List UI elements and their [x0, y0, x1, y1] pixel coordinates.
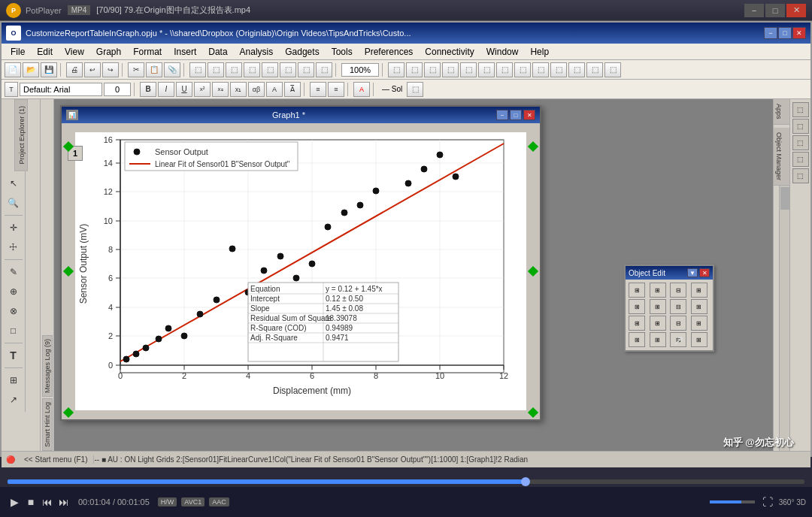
apps-btn-2[interactable]: ⬚	[792, 119, 809, 134]
origin-maximize-btn[interactable]: □	[778, 27, 792, 39]
volume-bar[interactable]	[710, 500, 755, 503]
menu-help[interactable]: Help	[524, 45, 555, 59]
tool-pan[interactable]: ☩	[4, 238, 23, 256]
toolbar-btn-11[interactable]: ⬚	[388, 62, 404, 77]
obj-btn-7[interactable]: ⊟	[670, 299, 686, 314]
tool-pointer[interactable]: ↗	[4, 391, 23, 409]
obj-btn-5[interactable]: ⊞	[629, 299, 645, 314]
tool-move[interactable]: ✛	[4, 219, 23, 237]
tool-zoom[interactable]: 🔍	[4, 194, 23, 212]
menu-format[interactable]: Format	[127, 45, 168, 59]
toolbar-format-btn3[interactable]: αβ	[248, 82, 265, 97]
toolbar-btn-2[interactable]: ↪	[102, 62, 119, 77]
toolbar-format-btn5[interactable]: A̅	[284, 82, 301, 97]
menu-gadgets[interactable]: Gadgets	[279, 45, 325, 59]
graph-minimize-btn[interactable]: −	[496, 110, 508, 120]
toolbar-btn-20[interactable]: ⬚	[550, 62, 567, 77]
menu-analysis[interactable]: Analysis	[234, 45, 280, 59]
toolbar-btn-9[interactable]: ⬚	[298, 62, 314, 77]
apps-btn-5[interactable]: ⬚	[792, 168, 809, 183]
scrollbar-right[interactable]	[779, 186, 789, 451]
toolbar-btn-5[interactable]: ⬚	[226, 62, 242, 77]
obj-btn-13[interactable]: ⊞	[629, 332, 645, 347]
toolbar-btn-6[interactable]: ⬚	[244, 62, 260, 77]
apps-btn-4[interactable]: ⬚	[792, 152, 809, 167]
obj-btn-11[interactable]: ⊟	[670, 316, 686, 331]
toolbar-btn-22[interactable]: ⬚	[586, 62, 603, 77]
toolbar-paste[interactable]: 📎	[164, 62, 180, 77]
toolbar-color-btn[interactable]: A	[353, 82, 370, 97]
tool-data[interactable]: ⊞	[4, 371, 23, 389]
video-prev-btn[interactable]: ⏮	[39, 494, 56, 510]
toolbar-btn-13[interactable]: ⬚	[424, 62, 441, 77]
menu-connectivity[interactable]: Connectivity	[419, 45, 480, 59]
potplayer-maximize-btn[interactable]: □	[765, 4, 785, 17]
menu-window[interactable]: Window	[480, 45, 525, 59]
toolbar-btn-12[interactable]: ⬚	[406, 62, 423, 77]
graph-maximize-btn[interactable]: □	[510, 110, 522, 120]
toolbar-btn-14[interactable]: ⬚	[442, 62, 459, 77]
toolbar-btn-15[interactable]: ⬚	[460, 62, 477, 77]
obj-btn-9[interactable]: ⊞	[629, 316, 645, 331]
tool-rect[interactable]: □	[4, 322, 23, 340]
origin-close-btn[interactable]: ✕	[792, 27, 806, 39]
tool-select[interactable]: ↖	[4, 174, 23, 192]
menu-tools[interactable]: Tools	[326, 45, 359, 59]
toolbar-btn-1[interactable]: ↩	[84, 62, 101, 77]
apps-btn-1[interactable]: ⬚	[792, 102, 809, 117]
handle-br[interactable]	[528, 407, 538, 418]
handle-bl[interactable]	[63, 407, 74, 418]
tool-pen[interactable]: ⊕	[4, 283, 23, 301]
tool-line[interactable]: ⊗	[4, 302, 23, 320]
toolbar-btn-16[interactable]: ⬚	[478, 62, 495, 77]
toolbar-subscript[interactable]: x₂	[212, 82, 229, 97]
toolbar-cut[interactable]: ✂	[128, 62, 144, 77]
video-stop-btn[interactable]: ■	[23, 494, 39, 510]
menu-preferences[interactable]: Preferences	[359, 45, 420, 59]
toolbar-italic[interactable]: I	[158, 82, 174, 97]
obj-edit-pin[interactable]: ▼	[687, 268, 698, 277]
messages-log-tab[interactable]: Messages Log (9)	[42, 335, 53, 397]
obj-btn-3[interactable]: ⊟	[670, 283, 686, 298]
video-next-btn[interactable]: ⏭	[56, 494, 72, 510]
obj-btn-14[interactable]: ⊞	[650, 332, 666, 347]
font-selector[interactable]: Default: Arial	[20, 83, 102, 96]
toolbar-format-btn2[interactable]: x₁	[230, 82, 247, 97]
toolbar-format-btn4[interactable]: A	[266, 82, 283, 97]
obj-btn-12[interactable]: ⊞	[691, 316, 707, 331]
menu-file[interactable]: File	[5, 45, 31, 59]
obj-btn-4[interactable]: ⊞	[691, 283, 707, 298]
handle-lm[interactable]	[63, 266, 74, 277]
tool-draw[interactable]: ✎	[4, 263, 23, 281]
apps-btn-3[interactable]: ⬚	[792, 135, 809, 150]
font-size[interactable]: 0	[104, 83, 131, 96]
project-explorer-tab[interactable]: Project Explorer (1)	[14, 99, 28, 171]
toolbar-btn-17[interactable]: ⬚	[496, 62, 513, 77]
obj-btn-8[interactable]: ⊞	[691, 299, 707, 314]
toolbar-save[interactable]: 💾	[41, 62, 57, 77]
toolbar-btn-21[interactable]: ⬚	[568, 62, 585, 77]
toolbar-new[interactable]: 📄	[5, 62, 21, 77]
potplayer-close-btn[interactable]: ✕	[786, 4, 806, 17]
toolbar-btn-10[interactable]: ⬚	[316, 62, 332, 77]
menu-data[interactable]: Data	[202, 45, 233, 59]
graph-close-btn[interactable]: ✕	[523, 110, 535, 120]
toolbar-btn-3[interactable]: ⬚	[189, 62, 206, 77]
video-seekbar[interactable]	[8, 479, 804, 484]
smart-hint-tab[interactable]: Smart Hint Log	[42, 398, 53, 451]
obj-btn-10[interactable]: ⊞	[650, 316, 666, 331]
toolbar-zoom[interactable]: 100%	[341, 63, 379, 77]
menu-graph[interactable]: Graph	[90, 45, 127, 59]
toolbar-copy[interactable]: 📋	[146, 62, 162, 77]
toolbar-align-center[interactable]: ≡	[328, 82, 344, 97]
toolbar-btn-8[interactable]: ⬚	[280, 62, 296, 77]
potplayer-minimize-btn[interactable]: −	[744, 4, 764, 17]
toolbar-format-btn[interactable]: T	[5, 82, 18, 97]
toolbar-print[interactable]: 🖨	[66, 62, 83, 77]
obj-btn-1[interactable]: ⊞	[629, 283, 645, 298]
toolbar-btn-4[interactable]: ⬚	[208, 62, 224, 77]
toolbar-bold[interactable]: B	[140, 82, 156, 97]
menu-view[interactable]: View	[59, 45, 90, 59]
tool-text[interactable]: T	[4, 346, 23, 364]
menu-insert[interactable]: Insert	[168, 45, 202, 59]
